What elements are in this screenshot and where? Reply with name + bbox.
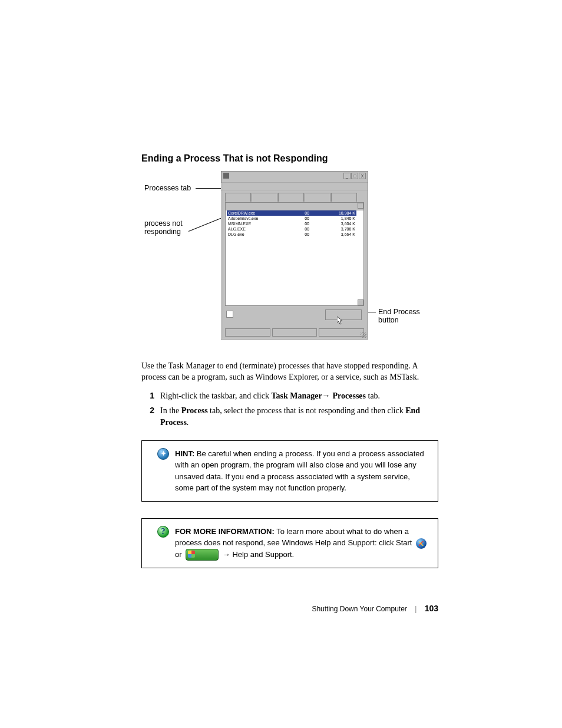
callout-text-line: button xyxy=(378,316,399,324)
more-info-box: ? FOR MORE INFORMATION: To learn more ab… xyxy=(141,518,438,569)
start-xp-icon xyxy=(186,549,219,561)
step-number: 1 xyxy=(141,390,154,402)
process-row[interactable]: Adobelmsvc.exe001,840 K xyxy=(227,216,356,221)
system-icon xyxy=(223,173,229,179)
tab[interactable] xyxy=(278,193,304,202)
callout-line xyxy=(196,188,224,189)
process-cpu: 00 xyxy=(297,232,309,237)
page-footer: Shutting Down Your Computer | 103 xyxy=(141,604,438,613)
process-cpu: 00 xyxy=(297,221,309,226)
bold-text: Process xyxy=(181,406,208,415)
process-name: DLG.exe xyxy=(228,232,275,237)
process-list: CorelDRW.exe0010,984 KAdobelmsvc.exe001,… xyxy=(225,202,364,306)
tab[interactable] xyxy=(305,193,330,202)
process-row[interactable]: MSIMN.EXE003,604 K xyxy=(227,221,356,226)
process-mem: 3,664 K xyxy=(332,232,355,237)
scroll-down-button[interactable] xyxy=(358,299,363,305)
process-cpu: 00 xyxy=(297,216,309,221)
footer-chapter: Shutting Down Your Computer xyxy=(312,605,406,613)
process-row[interactable]: ALG.EXE003,708 K xyxy=(227,226,356,232)
start-vista-icon xyxy=(416,538,427,549)
task-manager-figure: Processes tab process not responding End… xyxy=(141,171,438,348)
intro-paragraph: Use the Task Manager to end (terminate) … xyxy=(141,361,438,383)
minimize-button[interactable]: _ xyxy=(343,173,351,179)
tab-row xyxy=(222,190,368,203)
more-info-tail: Help and Support. xyxy=(232,550,294,559)
end-process-button[interactable] xyxy=(325,309,362,320)
status-cell xyxy=(272,328,318,337)
maximize-button[interactable]: □ xyxy=(351,173,358,179)
text: In the xyxy=(160,406,181,415)
tab-processes[interactable] xyxy=(252,193,277,202)
process-row[interactable]: CorelDRW.exe0010,984 K xyxy=(227,210,356,216)
callout-text-line: process not xyxy=(144,219,183,228)
tab[interactable] xyxy=(225,193,251,202)
process-name: MSIMN.EXE xyxy=(228,221,275,226)
titlebar: _ □ X xyxy=(222,172,368,183)
process-cpu: 00 xyxy=(297,210,309,216)
text: tab. xyxy=(366,391,380,400)
callout-text-line: responding xyxy=(144,228,181,236)
step-text: In the Process tab, select the process t… xyxy=(160,405,438,428)
step-item: 1 Right-click the taskbar, and click Tas… xyxy=(141,390,438,402)
status-bar xyxy=(225,328,364,337)
menubar xyxy=(222,183,368,190)
text: . xyxy=(187,418,189,427)
step-number: 2 xyxy=(141,405,154,428)
section-title: Ending a Process That is not Responding xyxy=(141,153,438,164)
status-cell xyxy=(225,328,270,337)
callout-line xyxy=(189,218,222,232)
cursor-icon xyxy=(337,317,343,325)
text: Right-click the taskbar, and click xyxy=(160,391,271,400)
show-all-checkbox[interactable] xyxy=(226,311,233,318)
steps-list: 1 Right-click the taskbar, and click Tas… xyxy=(141,390,438,429)
close-button[interactable]: X xyxy=(359,173,366,179)
resize-grip[interactable] xyxy=(361,332,366,338)
callout-processes-tab: Processes tab xyxy=(144,184,191,192)
process-mem: 1,840 K xyxy=(332,216,355,221)
callout-process-not-responding: process not responding xyxy=(144,219,183,236)
step-text: Right-click the taskbar, and click Task … xyxy=(160,390,380,402)
bold-text: Task Manager xyxy=(271,391,322,400)
bold-text: Processes xyxy=(333,391,366,400)
arrow-icon: → xyxy=(322,391,333,400)
more-info-label: FOR MORE INFORMATION: xyxy=(175,527,275,536)
process-cpu: 00 xyxy=(297,226,309,232)
or-text: or xyxy=(175,550,184,559)
arrow-icon: → xyxy=(220,550,232,559)
scroll-up-button[interactable] xyxy=(358,203,363,209)
step-item: 2 In the Process tab, select the process… xyxy=(141,405,438,428)
hint-text: Be careful when ending a process. If you… xyxy=(175,449,424,493)
process-name: Adobelmsvc.exe xyxy=(228,216,275,221)
column-headers xyxy=(226,203,363,210)
hint-label: HINT: xyxy=(175,449,194,458)
process-row[interactable]: DLG.exe003,664 K xyxy=(227,232,356,237)
process-mem: 3,708 K xyxy=(332,226,355,232)
page-number: 103 xyxy=(425,604,438,613)
callout-end-process: End Process button xyxy=(378,308,420,324)
process-name: ALG.EXE xyxy=(228,226,275,232)
process-mem: 3,604 K xyxy=(332,221,355,226)
info-icon: ? xyxy=(157,526,169,538)
text: tab, select the process that is not resp… xyxy=(208,406,406,415)
task-manager-window: _ □ X CorelDRW.exe0010,984 KAdobelmsvc.e… xyxy=(221,171,368,340)
tab[interactable] xyxy=(331,193,357,202)
footer-separator: | xyxy=(415,605,416,613)
process-rows: CorelDRW.exe0010,984 KAdobelmsvc.exe001,… xyxy=(227,210,356,304)
status-cell xyxy=(319,328,364,337)
hint-icon: ✦ xyxy=(157,448,169,460)
hint-box: ✦ HINT: Be careful when ending a process… xyxy=(141,440,438,502)
process-name: CorelDRW.exe xyxy=(228,210,275,216)
process-mem: 10,984 K xyxy=(332,210,355,216)
callout-text-line: End Process xyxy=(378,308,420,316)
